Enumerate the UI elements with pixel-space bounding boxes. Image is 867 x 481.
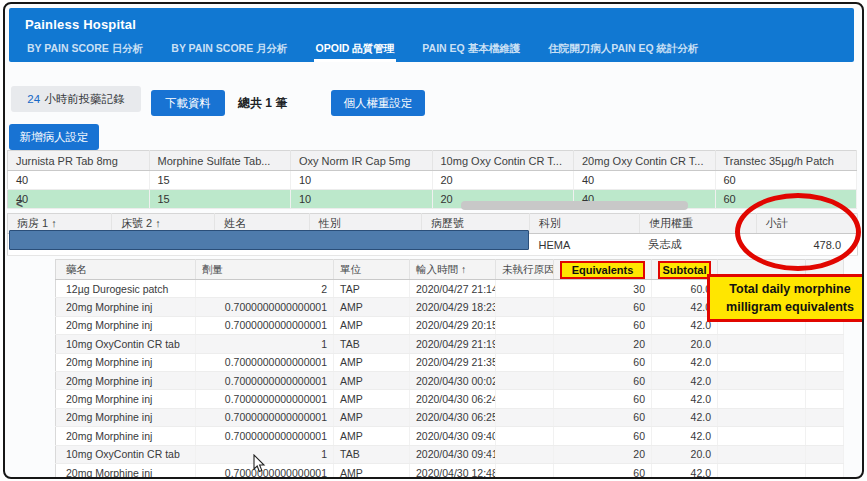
history-chip-label: 小時前投藥記錄	[44, 92, 125, 107]
personal-weight-button[interactable]: 個人權重設定	[331, 90, 425, 116]
medication-cell: 60	[554, 298, 652, 316]
note-annotation: Total daily morphine milligram equivalen…	[707, 274, 864, 322]
medication-column-header[interactable]: 輸入時間 ↑	[410, 260, 496, 280]
horizontal-scrollbar-thumb[interactable]	[461, 201, 688, 210]
medication-column-header[interactable]: Equivalents	[554, 260, 652, 280]
patient-cell: 吳志成	[640, 234, 757, 256]
medication-cell	[718, 427, 806, 445]
equivalence-column-header[interactable]: Morphine Sulfate Tab...	[149, 151, 291, 171]
scroll-left-icon[interactable]: <	[16, 199, 23, 209]
medication-cell	[718, 445, 806, 463]
medication-cell: 20mg Morphine inj	[56, 390, 196, 408]
medication-cell: 20.0	[652, 445, 718, 463]
medication-cell	[718, 408, 806, 426]
medication-cell: 2020/04/30 12:48	[410, 463, 496, 479]
medication-cell: TAP	[334, 280, 410, 298]
download-button[interactable]: 下載資料	[151, 90, 225, 116]
medication-cell: AMP	[334, 316, 410, 334]
medication-row[interactable]: 20mg Morphine inj0.7000000000000001AMP20…	[56, 390, 844, 408]
medication-cell	[718, 463, 806, 479]
medication-cell: AMP	[334, 463, 410, 479]
tab-2[interactable]: BY PAIN SCORE 月分析	[169, 38, 289, 62]
equivalence-column-header[interactable]: Oxy Norm IR Cap 5mg	[291, 151, 433, 171]
app-window: Painless Hospital BY PAIN SCORE 日分析BY PA…	[3, 2, 864, 479]
medication-cell: 60	[554, 463, 652, 479]
medication-cell: 60	[554, 427, 652, 445]
medication-cell: TAB	[334, 335, 410, 353]
medication-column-header[interactable]: 未執行原因	[496, 260, 554, 280]
medication-cell: AMP	[334, 353, 410, 371]
medication-cell	[496, 335, 554, 353]
equivalence-cell: 10	[291, 171, 433, 190]
medication-cell: 20mg Morphine inj	[56, 316, 196, 334]
medication-cell	[496, 280, 554, 298]
medication-cell	[496, 445, 554, 463]
highlight-equivalents: Equivalents	[560, 261, 645, 279]
medication-cell	[806, 427, 844, 445]
medication-cell	[496, 298, 554, 316]
medication-row[interactable]: 10mg OxyContin CR tab1TAB2020/04/30 09:4…	[56, 445, 844, 463]
equivalence-column-header[interactable]: Jurnista PR Tab 8mg	[8, 151, 150, 171]
medication-cell	[806, 371, 844, 389]
add-patient-button[interactable]: 新增病人設定	[9, 124, 99, 150]
medication-cell: 20mg Morphine inj	[56, 463, 196, 479]
medication-cell	[496, 371, 554, 389]
medication-row[interactable]: 20mg Morphine inj0.7000000000000001AMP20…	[56, 463, 844, 479]
history-chip[interactable]: 24 小時前投藥記錄	[11, 86, 141, 112]
medication-cell: 0.7000000000000001	[196, 390, 334, 408]
equivalence-row[interactable]: 401510204060	[8, 171, 857, 190]
tab-1[interactable]: BY PAIN SCORE 日分析	[25, 38, 145, 62]
medication-row[interactable]: 20mg Morphine inj0.7000000000000001AMP20…	[56, 408, 844, 426]
selected-patient-redacted-bar[interactable]	[9, 230, 529, 250]
medication-cell: TAB	[334, 445, 410, 463]
medication-cell: 2020/04/29 20:15	[410, 316, 496, 334]
medication-cell	[496, 408, 554, 426]
equivalence-cell: 40	[8, 171, 150, 190]
medication-column-header[interactable]: 單位	[334, 260, 410, 280]
app-header: Painless Hospital BY PAIN SCORE 日分析BY PA…	[9, 8, 854, 62]
medication-row[interactable]: 20mg Morphine inj0.7000000000000001AMP20…	[56, 427, 844, 445]
medication-cell: 30	[554, 280, 652, 298]
medication-cell: 42.0	[652, 390, 718, 408]
medication-cell: 20mg Morphine inj	[56, 427, 196, 445]
equivalence-header-row: Jurnista PR Tab 8mgMorphine Sulfate Tab.…	[8, 151, 857, 171]
medication-cell	[806, 335, 844, 353]
medication-cell: AMP	[334, 390, 410, 408]
medication-cell: 2020/04/29 21:35	[410, 353, 496, 371]
patient-column-header[interactable]: 小計	[757, 214, 858, 234]
medication-cell: 20	[554, 335, 652, 353]
medication-cell: 2020/04/29 21:19	[410, 335, 496, 353]
record-count: 總共 1 筆	[238, 95, 287, 112]
medication-cell: 0.7000000000000001	[196, 298, 334, 316]
medication-cell: 0.7000000000000001	[196, 316, 334, 334]
medication-cell: 60	[554, 390, 652, 408]
equivalence-cell: 10	[291, 190, 433, 209]
medication-cell: AMP	[334, 408, 410, 426]
medication-cell	[806, 390, 844, 408]
medication-cell	[718, 335, 806, 353]
screenshot-frame: Painless Hospital BY PAIN SCORE 日分析BY PA…	[0, 0, 867, 481]
medication-cell: 20mg Morphine inj	[56, 371, 196, 389]
medication-row[interactable]: 20mg Morphine inj0.7000000000000001AMP20…	[56, 353, 844, 371]
patient-column-header[interactable]: 科別	[530, 214, 640, 234]
tab-4[interactable]: PAIN EQ 基本檔維護	[420, 38, 522, 62]
medication-column-header[interactable]: 藥名	[56, 260, 196, 280]
patient-column-header[interactable]: 使用權重	[640, 214, 757, 234]
equivalence-column-header[interactable]: 10mg Oxy Contin CR T...	[432, 151, 574, 171]
equivalence-column-header[interactable]: 20mg Oxy Contin CR T...	[574, 151, 716, 171]
tab-3[interactable]: OPOID 品質管理	[314, 38, 397, 62]
medication-row[interactable]: 10mg OxyContin CR tab1TAB2020/04/29 21:1…	[56, 335, 844, 353]
equivalence-row[interactable]: 401510204060	[8, 190, 857, 209]
medication-cell: 2020/04/30 06:25	[410, 408, 496, 426]
medication-cell: 0.7000000000000001	[196, 353, 334, 371]
tab-5[interactable]: 住院開刀病人PAIN EQ 統計分析	[546, 38, 700, 62]
medication-cell: 0.7000000000000001	[196, 371, 334, 389]
medication-cell	[496, 463, 554, 479]
medication-row[interactable]: 20mg Morphine inj0.7000000000000001AMP20…	[56, 371, 844, 389]
medication-cell: 2020/04/30 06:24	[410, 390, 496, 408]
equivalence-cell: 60	[715, 171, 857, 190]
medication-cell: 2020/04/29 18:23	[410, 298, 496, 316]
equivalence-column-header[interactable]: Transtec 35µg/h Patch	[715, 151, 857, 171]
medication-cell	[806, 463, 844, 479]
medication-column-header[interactable]: 劑量	[196, 260, 334, 280]
